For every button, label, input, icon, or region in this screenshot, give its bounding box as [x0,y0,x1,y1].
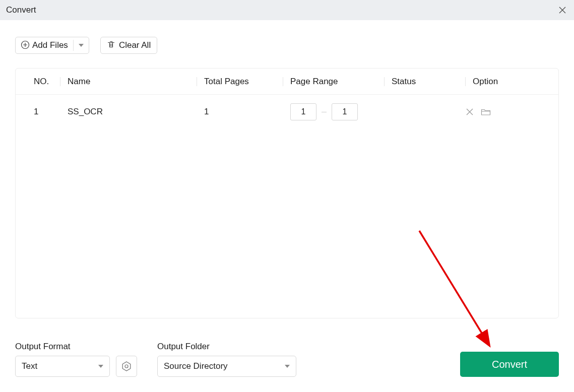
output-folder-select[interactable]: Source Directory [157,356,296,377]
plus-circle-icon [21,40,30,51]
trash-icon [107,40,115,50]
file-list-table: NO. Name Total Pages Page Range Status O… [15,68,559,318]
gear-icon [121,361,132,372]
row-number: 1 [27,107,60,117]
page-range-from-input[interactable] [290,103,316,120]
chevron-down-icon[interactable] [79,44,84,47]
row-page-range [283,103,384,120]
row-name: SS_OCR [60,107,197,117]
chevron-down-icon [98,365,103,368]
output-format-value: Text [22,361,37,371]
open-folder-icon[interactable] [481,108,491,116]
table-header: NO. Name Total Pages Page Range Status O… [16,69,558,95]
output-format-label: Output Format [15,342,137,352]
column-header-name: Name [60,77,197,87]
column-header-no: NO. [27,77,60,87]
range-dash [322,112,327,112]
chevron-down-icon [285,365,290,368]
output-folder-label: Output Folder [157,342,296,352]
window-title: Convert [6,5,36,15]
toolbar: Add Files Clear All [15,37,559,54]
output-format-select[interactable]: Text [15,356,110,377]
column-header-total-pages: Total Pages [197,77,283,87]
output-format-group: Output Format Text [15,342,137,377]
output-folder-value: Source Directory [164,361,228,371]
close-icon[interactable] [558,6,567,15]
column-header-page-range: Page Range [283,77,384,87]
convert-button[interactable]: Convert [460,352,559,377]
column-header-status: Status [385,77,465,87]
svg-marker-1 [122,362,131,371]
row-total-pages: 1 [197,107,283,117]
table-row: 1 SS_OCR 1 [16,95,558,129]
svg-point-2 [125,365,128,368]
content-area: Add Files Clear All NO. Name Total Pages… [0,20,574,318]
output-settings: Output Format Text Output Folder Source … [15,342,296,377]
add-files-button[interactable]: Add Files [15,37,89,54]
page-range-to-input[interactable] [332,103,358,120]
column-header-option: Option [466,77,558,87]
title-bar: Convert [0,0,574,20]
clear-all-label: Clear All [119,40,151,50]
split-divider [73,40,74,51]
format-settings-button[interactable] [116,356,137,377]
output-folder-group: Output Folder Source Directory [157,342,296,377]
row-option-actions [466,108,558,116]
remove-row-icon[interactable] [466,108,474,116]
add-files-label: Add Files [32,40,68,50]
clear-all-button[interactable]: Clear All [100,37,157,54]
bottom-bar: Output Format Text Output Folder Source … [15,342,559,377]
